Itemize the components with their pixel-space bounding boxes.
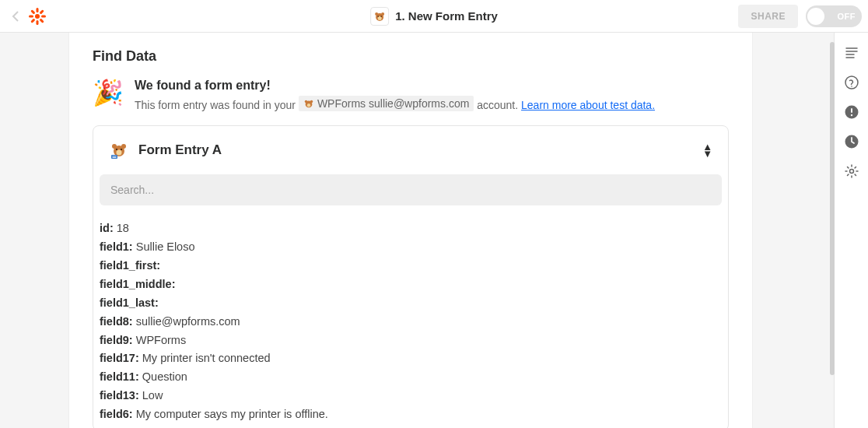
field-key: field8: (100, 315, 133, 328)
field-value: Question (139, 370, 187, 383)
wpforms-bear-icon (373, 10, 386, 23)
chevron-left-icon (12, 11, 19, 22)
svg-rect-3 (29, 15, 33, 17)
svg-point-21 (849, 170, 853, 174)
svg-point-25 (307, 103, 310, 107)
field-value: WPForms (133, 334, 186, 346)
svg-point-14 (380, 16, 382, 17)
svg-point-23 (305, 100, 308, 103)
wpforms-bear-icon (110, 141, 128, 160)
field-key: field1_middle: (100, 278, 176, 290)
field-row: id: 18 (100, 219, 722, 238)
field-key: field1: (100, 240, 133, 253)
svg-point-11 (381, 12, 384, 16)
field-row: field9: WPForms (100, 332, 722, 350)
found-suffix: account. (477, 99, 518, 111)
field-value: sullie@wpforms.com (133, 315, 240, 328)
svg-rect-6 (30, 18, 35, 23)
field-row: field17: My printer isn't connected (100, 349, 722, 368)
svg-point-10 (375, 12, 378, 16)
top-bar: 1. New Form Entry SHARE OFF (0, 0, 868, 33)
field-key: field1_first: (100, 259, 160, 272)
learn-more-link[interactable]: Learn more about test data. (521, 99, 655, 111)
alert-icon[interactable] (842, 103, 861, 121)
svg-point-13 (377, 16, 379, 17)
share-button[interactable]: SHARE (738, 5, 798, 28)
svg-rect-2 (37, 20, 39, 25)
svg-point-24 (310, 100, 313, 103)
field-value: 18 (114, 222, 129, 234)
right-sidebar (834, 33, 868, 428)
search-wrap (93, 174, 728, 205)
settings-icon[interactable] (842, 162, 861, 181)
panel: Find Data 🎉 We found a form entry! This … (68, 33, 753, 428)
entry-title: Form Entry A (138, 142, 693, 158)
topbar-center: 1. New Form Entry (370, 7, 498, 26)
found-subtitle: This form entry was found in your WPForm… (135, 96, 655, 111)
field-row: field8: sullie@wpforms.com (100, 313, 722, 332)
field-key: field9: (100, 334, 133, 346)
toggle-label: OFF (838, 12, 856, 21)
svg-point-27 (112, 144, 117, 149)
svg-rect-32 (111, 155, 117, 159)
svg-rect-4 (41, 15, 46, 17)
field-key: id: (100, 222, 114, 234)
scrollbar[interactable] (829, 34, 835, 426)
main: Find Data 🎉 We found a form entry! This … (0, 33, 834, 428)
found-title: We found a form entry! (135, 79, 655, 93)
svg-rect-5 (39, 9, 44, 14)
field-row: field11: Question (100, 368, 722, 387)
fields-list: id: 18field1: Sullie Elosofield1_first: … (93, 205, 728, 428)
svg-rect-8 (39, 18, 44, 23)
field-key: field17: (100, 352, 139, 364)
entry-header[interactable]: Form Entry A ▲▼ (93, 126, 728, 174)
svg-point-28 (121, 144, 126, 149)
zap-toggle[interactable]: OFF (806, 5, 862, 27)
field-key: field6: (100, 408, 133, 420)
entry-card: Form Entry A ▲▼ id: 18field1: Sullie Elo… (93, 125, 729, 428)
found-text: We found a form entry! This form entry w… (135, 79, 655, 111)
back-button[interactable] (6, 7, 25, 26)
field-key: field1_last: (100, 296, 159, 309)
field-row: field1_last: (100, 294, 722, 313)
field-row: field1: Sullie Eloso (100, 238, 722, 257)
found-row: 🎉 We found a form entry! This form entry… (93, 79, 729, 111)
field-row: field1_middle: (100, 275, 722, 294)
svg-point-0 (35, 14, 40, 19)
sort-icon[interactable]: ▲▼ (702, 143, 712, 157)
svg-rect-34 (113, 157, 117, 158)
field-value: Low (139, 389, 163, 402)
step-title[interactable]: 1. New Form Entry (395, 9, 498, 23)
field-row: field1_first: (100, 257, 722, 275)
svg-point-31 (121, 149, 122, 150)
field-key: field11: (100, 370, 139, 383)
field-row: field6: My computer says my printer is o… (100, 405, 722, 424)
found-prefix: This form entry was found in your (135, 99, 296, 111)
svg-rect-1 (37, 8, 39, 12)
svg-point-19 (850, 114, 852, 116)
field-key: field13: (100, 389, 139, 402)
search-input[interactable] (100, 174, 722, 205)
field-value: My printer isn't connected (139, 352, 271, 364)
topbar-right: SHARE OFF (738, 5, 862, 28)
zapier-logo-icon (28, 7, 47, 26)
svg-point-29 (117, 150, 122, 156)
history-icon[interactable] (842, 132, 861, 151)
topbar-left (6, 7, 47, 26)
wpforms-bear-icon (303, 98, 314, 109)
help-icon[interactable] (842, 73, 861, 92)
outline-icon[interactable] (842, 44, 861, 62)
svg-rect-7 (30, 9, 35, 14)
svg-point-30 (116, 149, 117, 150)
toggle-knob (807, 8, 824, 25)
field-row: field13: Low (100, 387, 722, 405)
party-popper-icon: 🎉 (93, 80, 124, 105)
scrollbar-thumb[interactable] (830, 42, 835, 375)
section-title: Find Data (93, 48, 729, 65)
app-icon (370, 7, 389, 26)
account-chip: WPForms sullie@wpforms.com (299, 96, 474, 111)
svg-point-16 (851, 86, 852, 87)
field-value: My computer says my printer is offline. (133, 408, 328, 420)
account-label: WPForms sullie@wpforms.com (317, 97, 469, 110)
field-value: Sullie Eloso (133, 240, 195, 253)
